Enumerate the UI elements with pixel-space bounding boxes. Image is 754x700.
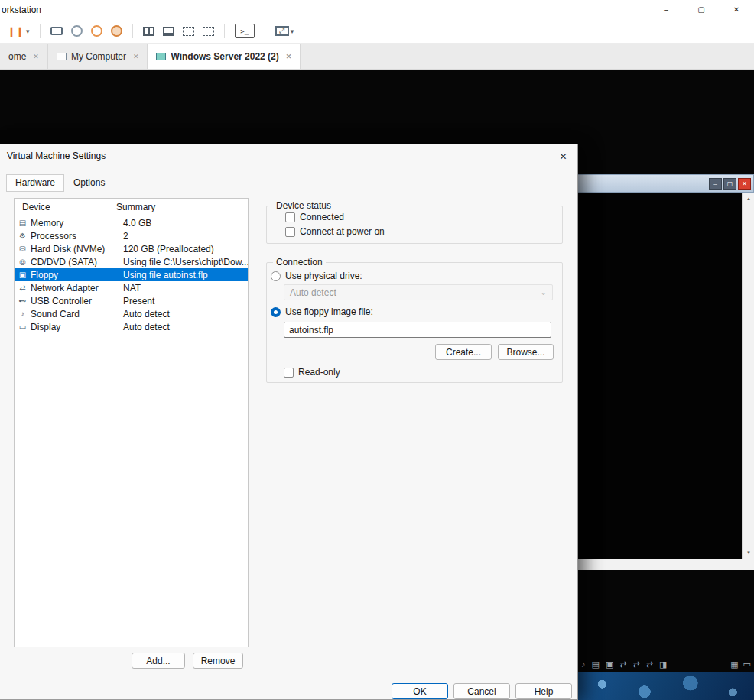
processor-icon: ⚙ <box>17 232 28 240</box>
window-titlebar: orkstation – ▢ ✕ <box>0 0 754 19</box>
tab-options[interactable]: Options <box>64 174 114 192</box>
device-row-hard-disk[interactable]: ⛁ Hard Disk (NVMe) 120 GB (Preallocated) <box>15 242 248 255</box>
device-list: Device Summary ▤ Memory 4.0 GB ⚙ Process… <box>14 198 249 647</box>
use-physical-drive-radio[interactable] <box>271 271 281 281</box>
scroll-up-icon[interactable]: ▲ <box>743 193 754 205</box>
close-tab-icon[interactable]: ✕ <box>33 53 39 60</box>
status-message-icon[interactable]: ▤ <box>592 659 600 669</box>
chevron-down-icon: ⌄ <box>541 288 547 297</box>
toolbar-separator <box>224 24 225 38</box>
close-tab-icon[interactable]: ✕ <box>286 53 292 60</box>
device-name: USB Controller <box>31 296 119 306</box>
sound-card-icon: ♪ <box>17 309 28 318</box>
terminal-icon: >_ <box>235 24 255 38</box>
toolbar-separator <box>265 24 265 38</box>
send-ctrl-alt-del-button[interactable] <box>49 25 64 37</box>
vertical-scrollbar[interactable]: ▲ ▼ <box>742 193 754 559</box>
remove-device-button[interactable]: Remove <box>193 653 243 669</box>
bottom-panel-icon <box>163 27 174 36</box>
connect-at-power-on-checkbox[interactable] <box>285 227 295 237</box>
tab-hardware[interactable]: Hardware <box>6 174 64 192</box>
create-button[interactable]: Create... <box>435 344 492 360</box>
fullscreen-button[interactable]: ⤢ ▾ <box>274 24 296 37</box>
vm-icon <box>156 53 166 60</box>
window-title: orkstation <box>0 5 41 15</box>
manage-snapshots-button[interactable] <box>109 24 124 38</box>
scroll-down-icon[interactable]: ▼ <box>743 546 754 559</box>
connect-at-power-on-checkbox-row[interactable]: Connect at power on <box>285 226 385 237</box>
guest-window-content[interactable] <box>577 193 754 559</box>
browse-button[interactable]: Browse... <box>498 344 554 360</box>
device-name: Floppy <box>31 270 119 280</box>
device-row-floppy[interactable]: ▣ Floppy Using file autoinst.flp <box>15 268 248 281</box>
show-thumbnail-bar-button[interactable] <box>161 25 176 37</box>
window-maximize-button[interactable]: ▢ <box>684 0 719 19</box>
device-name: Sound Card <box>31 309 119 319</box>
status-floppy-icon[interactable]: ▣ <box>606 659 613 669</box>
fit-guest-button[interactable] <box>181 25 196 37</box>
dialog-close-button[interactable]: ✕ <box>556 149 570 164</box>
tab-windows-server-2022[interactable]: Windows Server 2022 (2) ✕ <box>148 44 301 69</box>
manage-snapshots-icon <box>111 25 122 37</box>
physical-drive-select[interactable]: Auto detect ⌄ <box>284 284 553 300</box>
device-row-sound-card[interactable]: ♪ Sound Card Auto detect <box>15 307 248 320</box>
radio-label: Use floppy image file: <box>285 306 373 317</box>
hard-disk-icon: ⛁ <box>17 245 28 253</box>
vmware-workstation-window: orkstation – ▢ ✕ ❙❙ ▾ <box>0 0 754 700</box>
device-summary: Auto detect <box>119 309 248 319</box>
chevron-down-icon: ▾ <box>291 28 294 35</box>
device-name: Memory <box>31 218 119 228</box>
selected-option: Auto detect <box>290 287 336 298</box>
cancel-button[interactable]: Cancel <box>453 683 510 699</box>
revert-snapshot-icon <box>91 25 102 37</box>
status-keyboard-icon[interactable]: ▦ <box>730 659 738 669</box>
status-network-icon[interactable]: ⇄ <box>619 659 626 669</box>
fit-window-button[interactable] <box>201 25 216 37</box>
add-device-button[interactable]: Add... <box>132 653 185 669</box>
window-close-button[interactable]: ✕ <box>719 0 754 19</box>
device-row-processors[interactable]: ⚙ Processors 2 <box>15 229 248 242</box>
connected-checkbox-row[interactable]: Connected <box>285 212 344 222</box>
device-name: Network Adapter <box>31 283 119 293</box>
status-notes-icon[interactable]: ▭ <box>743 659 751 669</box>
show-library-button[interactable] <box>141 25 156 37</box>
window-minimize-button[interactable]: – <box>648 0 684 19</box>
window-controls: – ▢ ✕ <box>648 0 754 19</box>
take-snapshot-button[interactable] <box>70 24 84 38</box>
status-usb-icon[interactable]: ◨ <box>659 659 667 669</box>
read-only-checkbox-row[interactable]: Read-only <box>284 367 340 378</box>
tab-my-computer[interactable]: My Computer ✕ <box>48 44 148 69</box>
network-adapter-icon: ⇄ <box>17 284 28 292</box>
floppy-image-file-input[interactable] <box>284 322 551 338</box>
device-row-memory[interactable]: ▤ Memory 4.0 GB <box>15 216 248 229</box>
radio-label: Use physical drive: <box>285 271 362 281</box>
device-row-display[interactable]: ▭ Display Auto detect <box>15 320 248 333</box>
read-only-checkbox[interactable] <box>284 368 294 378</box>
status-network-icon[interactable]: ⇄ <box>646 659 653 669</box>
tab-home[interactable]: ome ✕ <box>0 44 48 69</box>
device-row-cd-dvd[interactable]: ◎ CD/DVD (SATA) Using file C:\Users\chip… <box>15 255 248 268</box>
guest-window-titlebar[interactable]: – ▢ ✕ <box>577 174 754 193</box>
checkbox-label: Connect at power on <box>300 226 385 237</box>
status-network-icon[interactable]: ⇄ <box>633 659 640 669</box>
revert-snapshot-button[interactable] <box>89 24 104 38</box>
guest-maximize-button[interactable]: ▢ <box>723 178 736 190</box>
status-sound-icon[interactable]: ♪ <box>581 659 586 669</box>
device-row-network-adapter[interactable]: ⇄ Network Adapter NAT <box>15 281 248 294</box>
open-terminal-button[interactable]: >_ <box>233 22 256 40</box>
use-floppy-image-radio-row[interactable]: Use floppy image file: <box>271 306 373 317</box>
checkbox-label: Read-only <box>298 367 340 378</box>
suspend-power-button[interactable]: ❙❙ ▾ <box>6 24 31 38</box>
use-floppy-image-radio[interactable] <box>271 307 281 317</box>
help-button[interactable]: Help <box>515 683 572 699</box>
horizontal-scrollbar[interactable] <box>577 559 754 570</box>
close-tab-icon[interactable]: ✕ <box>133 53 139 60</box>
device-summary: Using file C:\Users\chipt\Dow... <box>119 257 248 267</box>
dialog-title: Virtual Machine Settings <box>0 144 106 167</box>
guest-close-button[interactable]: ✕ <box>738 178 751 190</box>
connected-checkbox[interactable] <box>285 212 295 222</box>
ok-button[interactable]: OK <box>392 683 448 699</box>
use-physical-drive-radio-row[interactable]: Use physical drive: <box>271 271 362 281</box>
device-row-usb-controller[interactable]: ⊷ USB Controller Present <box>15 294 248 307</box>
guest-minimize-button[interactable]: – <box>709 178 722 190</box>
